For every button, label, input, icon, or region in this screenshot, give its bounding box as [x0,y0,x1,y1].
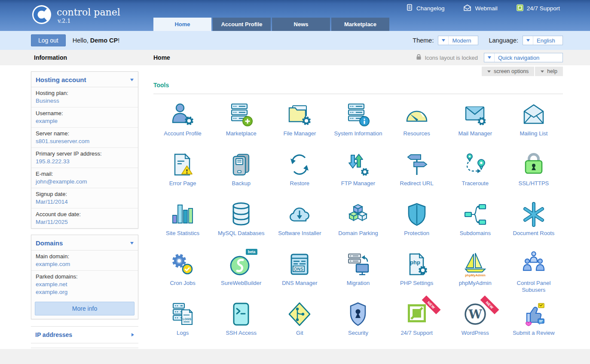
chevron-down-icon[interactable] [523,36,533,45]
info-sidebar: Hosting account Hosting plan:BusinessUse… [31,65,138,364]
tool-label: File Manager [275,130,324,137]
tool-marketplace[interactable]: Marketplace [212,101,270,151]
language-label: Language: [489,37,518,44]
hosting-account-panel: Hosting account Hosting plan:BusinessUse… [31,71,138,229]
mail-manager-icon [459,101,492,128]
tool-software-installer[interactable]: Software Installer [270,201,329,251]
tool-logs[interactable]: LOGSLogs [153,300,212,350]
tool-label: phpMyAdmin [451,280,499,287]
traceroute-icon [459,151,492,177]
collapse-arrow-icon[interactable] [130,79,134,81]
logout-button[interactable]: Log out [31,34,66,46]
account-field-primary-server-ip-address: Primary server IP address:195.8.222.33 [31,148,138,168]
svg-text:phpMyAdmin: phpMyAdmin [465,273,486,277]
header-link-webmail[interactable]: Webmail [463,4,497,12]
header-link-changelog[interactable]: Changelog [406,4,444,12]
svg-text:LOGS: LOGS [183,318,191,321]
tool-submit-a-review[interactable]: Submit a Review [504,300,563,350]
tool-redirect-url[interactable]: Redirect URL [388,151,446,201]
domain-value: example.net [36,281,134,288]
tab-marketplace[interactable]: Marketplace [331,18,389,31]
tool-migration[interactable]: Migration [329,251,387,300]
tool-ssl-https[interactable]: SSL/HTTPS [504,151,563,201]
tool-restore[interactable]: Restore [270,151,329,201]
welcome-bar: Log out Hello,Demo CP! Theme: Modern Lan… [0,31,590,50]
php-settings-icon: php [400,251,434,277]
tab-news[interactable]: News [272,18,330,31]
tool-backup[interactable]: Backup [212,151,270,201]
quick-navigation-select[interactable]: Quick navigation [484,53,563,62]
tool-label: Site Statistics [159,230,207,237]
tool-phpmyadmin[interactable]: phpMyAdminphpMyAdmin [446,251,504,300]
tool-protection[interactable]: Protection [388,201,446,251]
account-field-e-mail: E-mail:john@example.com [31,168,138,188]
field-label: E-mail: [36,171,134,177]
theme-label: Theme: [413,37,434,44]
mysql-databases-icon [224,201,258,227]
account-profile-icon [166,101,199,128]
tool-ssh-access[interactable]: SSH Access [212,300,270,350]
tab-home[interactable]: Home [153,18,211,31]
theme-select[interactable]: Modern [438,36,478,45]
more-info-button[interactable]: More info [35,302,135,315]
tool-label: Redirect URL [393,180,441,187]
tool-subdomains[interactable]: Subdomains [446,201,504,251]
chevron-down-icon[interactable] [438,36,449,45]
header-link-24-7-support[interactable]: 24/7 Support [517,4,560,12]
field-label: Username: [36,110,134,116]
tool-git[interactable]: Git [270,300,329,350]
lock-icon [416,54,422,61]
hosting-account-header[interactable]: Hosting account [31,72,138,87]
tool-24-7-support[interactable]: NEW24/7 Support [388,300,446,350]
svg-text:DNS: DNS [294,267,303,272]
tool-mail-manager[interactable]: Mail Manager [446,101,504,151]
tool-mailing-list[interactable]: Mailing List [504,101,563,151]
tool-control-panel-subusers[interactable]: Control Panel Subusers [504,251,563,300]
app-logo: control panel v.2.1 [32,5,120,26]
tool-domain-parking[interactable]: Domain Parking [329,201,387,251]
tool-label: System Information [334,130,382,137]
tool-site-statistics[interactable]: Site Statistics [153,201,212,251]
tool-surewebbuilder[interactable]: betaSureWebBuilder [212,251,270,300]
domains-header[interactable]: Domains [31,235,138,251]
field-label: Server name: [36,130,134,137]
field-value: s801.sureserver.com [36,138,134,144]
beta-badge: beta [246,249,257,255]
cp-subusers-icon [517,251,550,277]
expand-arrow-icon[interactable] [131,333,134,336]
language-select[interactable]: English [523,36,563,45]
tool-error-page[interactable]: Error Page [153,151,212,201]
page-title: Home [153,54,170,61]
chevron-down-icon[interactable] [484,53,495,62]
screen-options-button[interactable]: screen options [482,67,534,76]
tool-label: Submit a Review [510,330,558,336]
tool-label: SSH Access [217,330,265,336]
sidebar-section-ip-addresses[interactable]: IP addresses [31,326,138,343]
tool-label: Document Roots [510,230,558,237]
error-page-icon [166,151,199,177]
tool-document-roots[interactable]: Document Roots [504,201,563,251]
tool-file-manager[interactable]: File Manager [270,101,329,151]
nav-tabs: HomeAccount ProfileNewsMarketplace [153,18,389,31]
tool-label: Backup [217,180,265,187]
cron-jobs-icon [166,251,199,277]
help-button[interactable]: help [535,67,563,76]
resources-icon [400,101,434,128]
security-icon [341,300,375,327]
tab-account-profile[interactable]: Account Profile [213,18,271,31]
tool-label: Security [334,330,382,336]
tool-dns-manager[interactable]: DNSDNS Manager [270,251,329,300]
chevron-down-icon [541,70,544,73]
tool-cron-jobs[interactable]: Cron Jobs [153,251,212,300]
tool-traceroute[interactable]: Traceroute [446,151,504,201]
tool-mysql-databases[interactable]: MySQL Databases [212,201,270,251]
tool-resources[interactable]: Resources [388,101,446,151]
tool-system-information[interactable]: System Information [329,101,387,151]
collapse-arrow-icon[interactable] [130,242,134,245]
tool-security[interactable]: Security [329,300,387,350]
tool-wordpress[interactable]: WNEWWordPress [446,300,504,350]
tool-php-settings[interactable]: phpPHP Settings [388,251,446,300]
tool-ftp-manager[interactable]: FTP Manager [329,151,387,201]
field-value: Mar/11/2025 [36,219,134,225]
tool-account-profile[interactable]: Account Profile [153,101,212,151]
